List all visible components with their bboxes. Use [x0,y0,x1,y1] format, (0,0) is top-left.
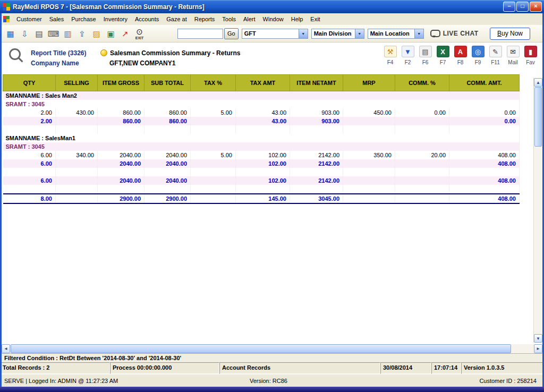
calculator-icon[interactable]: ⌨ [46,27,61,41]
report-title-value: Salesman Commission Summary - Returns [110,49,240,57]
subgroup-row: SRAMT : 3045 [3,100,520,108]
table-cell [290,125,343,134]
table-cell [56,194,98,203]
minimize-button[interactable]: – [503,2,515,12]
table-cell: 2040.00 [144,176,191,185]
menu-item-purchase[interactable]: Purchase [67,14,99,24]
scroll-right-icon[interactable]: ► [534,344,542,353]
action-f8[interactable]: AF8 [452,46,469,65]
maximize-button[interactable]: □ [516,2,529,12]
close-button[interactable]: × [530,2,542,12]
menu-item-gaze-at[interactable]: Gaze at [163,14,191,24]
column-header-item-gross[interactable]: ITEM GROSS [98,75,144,91]
column-header-qty[interactable]: QTY [3,75,56,91]
table-cell [98,125,144,134]
column-header-tax-[interactable]: TAX % [191,75,236,91]
chevron-down-icon[interactable]: ▼ [299,29,308,38]
column-header-tax-amt[interactable]: TAX AMT [236,75,290,91]
horizontal-scrollbar-thumb[interactable] [11,344,511,353]
table-cell: 43.00 [236,108,290,117]
table-cell: 860.00 [98,117,144,125]
column-header-mrp[interactable]: MRP [343,75,395,91]
menu-item-tools[interactable]: Tools [218,14,240,24]
action-key-label: F4 [387,59,394,65]
data-row[interactable]: 6.00340.002040.002040.005.00102.002142.0… [3,151,520,159]
action-f6[interactable]: ▤F6 [416,46,434,65]
total-row[interactable]: 6.002040.002040.00102.002142.00408.00 [3,159,520,168]
action-f7[interactable]: XF7 [434,46,452,65]
menu-item-alert[interactable]: Alert [240,14,259,24]
table-cell [191,117,236,125]
location-select[interactable]: Main Location ▼ [368,29,424,39]
action-f9[interactable]: ◎F9 [469,46,487,65]
exit-icon[interactable]: ⊙EXIT [132,27,147,41]
subgroup-label: SRAMT : 3045 [3,142,520,151]
table-cell: 8.00 [3,194,56,203]
menu-item-customer[interactable]: Customer [13,14,46,24]
report-table: QTYSELLINGITEM GROSSSUB TOTALTAX %TAX AM… [3,74,520,204]
menu-item-sales[interactable]: Sales [46,14,68,24]
column-header-selling[interactable]: SELLING [56,75,98,91]
action-key-label: Fav [526,59,535,65]
vertical-scrollbar[interactable]: ▲ ▼ [533,78,542,343]
menu-item-inventory[interactable]: Inventory [100,14,131,24]
action-key-label: F2 [405,59,411,65]
scroll-up-icon[interactable]: ▲ [534,78,542,87]
search-icon[interactable] [9,48,21,60]
chevron-down-icon[interactable]: ▼ [355,29,364,38]
table-cell: 340.00 [56,151,98,159]
report-header: Report Title (3326) Salesman Commission … [2,42,542,75]
chart-icon[interactable]: ↗ [118,27,132,41]
chevron-down-icon[interactable]: ▼ [414,29,423,38]
column-header-comm-[interactable]: COMM. % [395,75,449,91]
horizontal-scrollbar[interactable]: ◄ ► [2,344,542,353]
table-cell [236,125,290,134]
settings-tools-icon: ⚒ [384,46,397,57]
table-cell: 3045.00 [290,194,343,203]
column-header-item-netamt[interactable]: ITEM NETAMT [290,75,343,91]
vertical-scrollbar-thumb[interactable] [534,87,542,147]
action-f2[interactable]: ▼F2 [399,46,416,65]
table-cell: 2040.00 [98,151,144,159]
menu-item-window[interactable]: Window [259,14,287,24]
window-controls: – □ × [502,2,542,12]
column-header-comm-amt-[interactable]: COMM. AMT. [449,75,520,91]
company-select[interactable]: GFT ▼ [242,29,308,39]
grandtotal-row[interactable]: 8.002900.002900.00145.003045.00408.00 [3,194,520,203]
data-row[interactable]: 2.00430.00860.00860.005.0043.00903.00450… [3,108,520,117]
total-row[interactable]: 2.00860.00860.0043.00903.000.00 [3,117,520,125]
save-icon[interactable]: ⇩ [18,27,32,41]
menu-item-accounts[interactable]: Accounts [131,14,163,24]
action-f11[interactable]: ✎F11 [487,46,504,65]
table-cell [395,159,449,168]
logged-in-text: SERVE | Logged In: ADMIN @ 11:27:23 AM [4,374,118,387]
go-button[interactable]: Go [224,28,239,39]
export-icon[interactable]: ⇪ [75,27,89,41]
folder-icon[interactable]: ▨ [89,27,104,41]
menu-item-exit[interactable]: Exit [307,14,324,24]
table-cell [343,159,395,168]
menu-item-reports[interactable]: Reports [191,14,219,24]
search-input[interactable] [177,29,223,39]
division-select[interactable]: Main Division ▼ [311,29,364,39]
table-cell: 5.00 [191,108,236,117]
buy-now-button[interactable]: Buy Now [490,28,530,40]
action-mail[interactable]: ✉Mail [504,46,522,65]
table-cell [98,185,144,194]
total-row[interactable]: 6.002040.002040.00102.002142.00408.00 [3,176,520,185]
column-header-sub-total[interactable]: SUB TOTAL [144,75,191,91]
table-cell: 408.00 [449,151,520,159]
display-icon[interactable]: ▣ [104,27,118,41]
group-row: SMANNAME : Sales Man2 [3,91,520,100]
table-view-icon[interactable]: ▦ [3,27,18,41]
action-f4[interactable]: ⚒F4 [381,46,399,65]
scroll-left-icon[interactable]: ◄ [2,344,10,353]
table-cell: 2142.00 [290,159,343,168]
table-cell [56,176,98,185]
menu-item-help[interactable]: Help [287,14,307,24]
scroll-down-icon[interactable]: ▼ [534,334,542,343]
action-fav[interactable]: ▮Fav [522,46,539,65]
notepad-icon[interactable]: ▥ [61,27,75,41]
print-icon[interactable]: ▤ [32,27,46,41]
live-chat-button[interactable]: LIVE CHAT [430,30,479,37]
